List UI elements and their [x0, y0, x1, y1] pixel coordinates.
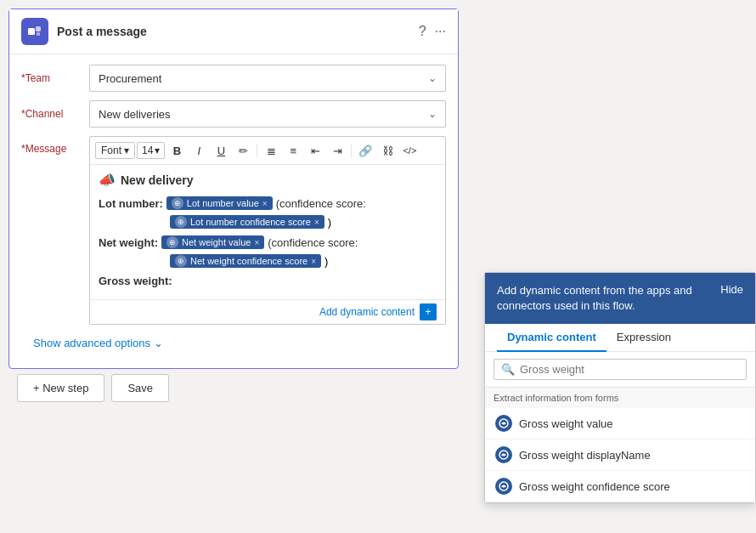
panel-header-text: Add dynamic content from the apps and co… [497, 283, 712, 314]
form-body: *Team Procurement ⌄ *Channel New deliver… [9, 54, 458, 368]
underline-button[interactable]: U [211, 140, 231, 161]
team-label: *Team [21, 72, 89, 84]
add-dynamic-icon: + [420, 303, 437, 320]
help-icon[interactable]: ? [419, 24, 426, 39]
svg-rect-1 [36, 26, 41, 31]
net-weight-line: Net weight: ⊕ Net weight value × (confid… [99, 235, 437, 249]
bold-button[interactable]: B [166, 140, 187, 161]
search-input[interactable] [520, 363, 739, 376]
team-dropdown-arrow: ⌄ [428, 72, 437, 84]
advanced-options-arrow: ⌄ [154, 337, 163, 349]
editor-content[interactable]: 📣 New delivery Lot number: ⊕ Lot number … [90, 165, 445, 299]
team-row: *Team Procurement ⌄ [21, 65, 446, 92]
channel-value: New deliveries [99, 108, 171, 121]
size-dropdown-arrow: ▾ [155, 145, 160, 156]
net-confidence-token[interactable]: ⊕ Net weight confidence score × [170, 254, 321, 268]
numbered-list-button[interactable]: ≡ [283, 140, 303, 161]
team-dropdown[interactable]: Procurement ⌄ [89, 65, 446, 92]
panel-header: Add dynamic content from the apps and co… [485, 273, 755, 324]
gross-weight-line: Gross weight: [99, 275, 437, 287]
net-conf-token-close[interactable]: × [311, 257, 316, 266]
panel-items: Gross weight value Gross weight displayN… [485, 408, 755, 502]
hide-panel-button[interactable]: Hide [720, 283, 743, 296]
svg-rect-2 [37, 32, 40, 36]
channel-row: *Channel New deliveries ⌄ [21, 100, 446, 128]
net-weight-label: Net weight: [99, 236, 158, 249]
net-weight-token[interactable]: ⊕ Net weight value × [161, 235, 264, 249]
channel-dropdown[interactable]: New deliveries ⌄ [89, 100, 446, 128]
font-label: Font [101, 145, 121, 156]
post-message-card: Post a message ? ··· *Team Procurement ⌄… [8, 9, 459, 369]
size-label: 14 [142, 145, 153, 156]
bottom-actions: + New step Save [8, 357, 178, 419]
item-icon-1 [495, 446, 512, 463]
search-icon: 🔍 [501, 363, 515, 376]
lot-token-icon: ⊕ [172, 197, 183, 209]
lot-confidence-label: Lot number confidence score [190, 217, 311, 227]
italic-button[interactable]: I [189, 140, 209, 161]
delivery-header: 📣 New delivery [99, 172, 437, 188]
toolbar-divider-2 [351, 144, 352, 157]
toolbar-divider [257, 144, 257, 157]
item-label-0: Gross weight value [519, 417, 613, 430]
lot-confidence-line: ⊕ Lot number confidence score × ) [170, 215, 437, 229]
link-button[interactable]: 🔗 [355, 140, 375, 161]
panel-search-area: 🔍 [485, 352, 755, 388]
lot-confidence-token[interactable]: ⊕ Lot number confidence score × [170, 215, 324, 229]
net-confidence-line: ⊕ Net weight confidence score × ) [170, 254, 437, 268]
tab-dynamic-content-label: Dynamic content [507, 331, 596, 343]
item-label-2: Gross weight confidence score [519, 480, 670, 493]
more-options-icon[interactable]: ··· [435, 24, 446, 39]
item-icon-0 [495, 415, 512, 432]
gross-weight-label: Gross weight: [99, 275, 172, 287]
megaphone-icon: 📣 [99, 172, 116, 188]
save-label: Save [127, 382, 153, 394]
delivery-title: New delivery [121, 173, 194, 187]
card-title: Post a message [57, 25, 410, 38]
code-button[interactable]: </> [399, 140, 420, 161]
tab-expression[interactable]: Expression [606, 324, 681, 352]
message-row: *Message Font ▾ 14 ▾ B I U ✏ [21, 136, 446, 325]
card-header: Post a message ? ··· [9, 9, 458, 54]
item-label-1: Gross weight displayName [519, 449, 651, 462]
net-token-label: Net weight value [182, 237, 251, 247]
tab-dynamic-content[interactable]: Dynamic content [497, 324, 606, 352]
advanced-options[interactable]: Show advanced options ⌄ [21, 328, 446, 358]
close-paren-1: ) [328, 216, 331, 229]
lot-conf-token-close[interactable]: × [314, 218, 319, 227]
new-step-button[interactable]: + New step [17, 374, 104, 402]
add-dynamic-bar[interactable]: Add dynamic content + [90, 299, 445, 324]
add-dynamic-label: Add dynamic content [319, 306, 415, 318]
net-confidence-label-2: (confidence score: [268, 236, 358, 249]
lot-value-token[interactable]: ⊕ Lot number value × [166, 196, 273, 210]
net-conf-token-icon: ⊕ [175, 255, 187, 267]
list-item[interactable]: Gross weight confidence score [485, 471, 755, 502]
list-item[interactable]: Gross weight displayName [485, 439, 755, 471]
close-paren-2: ) [324, 255, 328, 268]
net-token-close[interactable]: × [254, 238, 259, 247]
item-icon-2 [495, 478, 512, 495]
decrease-indent-button[interactable]: ⇤ [305, 140, 325, 161]
search-box: 🔍 [494, 359, 747, 380]
tab-expression-label: Expression [617, 331, 671, 343]
pen-button[interactable]: ✏ [233, 140, 253, 161]
confidence-label: (confidence score: [276, 197, 366, 210]
font-dropdown-arrow: ▾ [124, 145, 129, 156]
team-value: Procurement [99, 72, 161, 85]
net-confidence-label: Net weight confidence score [190, 256, 307, 266]
editor-toolbar: Font ▾ 14 ▾ B I U ✏ ≣ ≡ ⇤ ⇥ [90, 137, 445, 165]
lot-token-label: Lot number value [187, 198, 259, 208]
unlink-button[interactable]: ⛓ [377, 140, 398, 161]
lot-conf-token-icon: ⊕ [175, 216, 187, 228]
new-step-label: + New step [33, 382, 88, 394]
list-item[interactable]: Gross weight value [485, 408, 755, 439]
increase-indent-button[interactable]: ⇥ [327, 140, 347, 161]
lot-token-close[interactable]: × [262, 199, 268, 208]
font-dropdown[interactable]: Font ▾ [95, 142, 135, 159]
bullet-list-button[interactable]: ≣ [261, 140, 281, 161]
svg-rect-0 [28, 28, 35, 35]
panel-tabs: Dynamic content Expression [485, 324, 755, 352]
save-button[interactable]: Save [111, 374, 169, 402]
size-dropdown[interactable]: 14 ▾ [137, 142, 165, 159]
dynamic-content-panel: Add dynamic content from the apps and co… [484, 272, 756, 503]
